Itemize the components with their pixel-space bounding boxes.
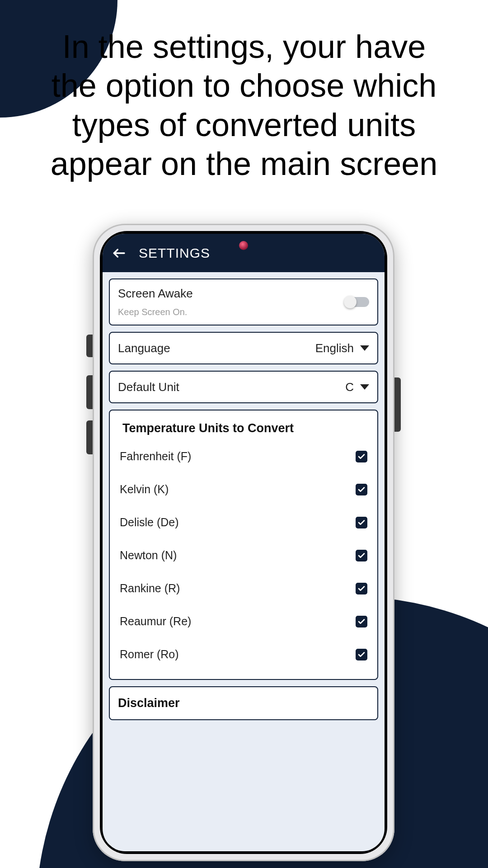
- appbar-title: SETTINGS: [139, 245, 210, 261]
- app-screen: SETTINGS Screen Awake Keep Screen On.: [103, 234, 385, 851]
- disclaimer-title: Disclaimer: [118, 696, 369, 710]
- phone-side-button: [394, 377, 401, 432]
- unit-label: Rankine (R): [120, 582, 180, 595]
- unit-checkbox[interactable]: [356, 517, 367, 528]
- setting-title: Screen Awake: [118, 287, 193, 301]
- settings-content: Screen Awake Keep Screen On. Language En…: [103, 272, 385, 851]
- unit-row[interactable]: Newton (N): [118, 539, 369, 572]
- screen-awake-setting[interactable]: Screen Awake Keep Screen On.: [109, 278, 378, 326]
- unit-label: Kelvin (K): [120, 483, 169, 496]
- phone-camera-dot: [239, 241, 248, 250]
- default-unit-select[interactable]: Default Unit C: [109, 371, 378, 403]
- select-value: English: [315, 341, 354, 355]
- phone-side-button: [86, 420, 93, 454]
- phone-side-button: [86, 375, 93, 409]
- unit-checkbox[interactable]: [356, 484, 367, 495]
- select-label: Language: [118, 341, 170, 355]
- setting-subtitle: Keep Screen On.: [118, 307, 193, 317]
- promo-headline: In the settings, your have the option to…: [36, 27, 452, 184]
- chevron-down-icon: [360, 345, 369, 351]
- unit-row[interactable]: Kelvin (K): [118, 473, 369, 506]
- unit-checkbox[interactable]: [356, 451, 367, 462]
- units-to-convert-card: Temperature Units to Convert Fahrenheit …: [109, 410, 378, 680]
- chevron-down-icon: [360, 384, 369, 390]
- toggle-thumb: [344, 296, 357, 308]
- select-value: C: [345, 380, 354, 394]
- language-select[interactable]: Language English: [109, 332, 378, 364]
- units-list: Fahrenheit (F)Kelvin (K)Delisle (De)Newt…: [118, 440, 369, 671]
- unit-checkbox[interactable]: [356, 583, 367, 594]
- phone-mockup: SETTINGS Screen Awake Keep Screen On.: [93, 224, 394, 861]
- unit-row[interactable]: Romer (Ro): [118, 638, 369, 671]
- unit-row[interactable]: Delisle (De): [118, 506, 369, 539]
- unit-label: Romer (Ro): [120, 648, 179, 661]
- disclaimer-card[interactable]: Disclaimer: [109, 686, 378, 720]
- unit-checkbox[interactable]: [356, 649, 367, 660]
- screen-awake-toggle[interactable]: [346, 297, 369, 307]
- unit-label: Newton (N): [120, 549, 177, 562]
- unit-label: Fahrenheit (F): [120, 450, 191, 463]
- unit-label: Reaumur (Re): [120, 615, 191, 628]
- units-section-title: Temperature Units to Convert: [118, 421, 369, 435]
- unit-label: Delisle (De): [120, 516, 179, 529]
- select-label: Default Unit: [118, 380, 179, 394]
- phone-side-button: [86, 335, 93, 357]
- back-arrow-icon[interactable]: [112, 246, 126, 260]
- unit-row[interactable]: Reaumur (Re): [118, 605, 369, 638]
- unit-checkbox[interactable]: [356, 616, 367, 627]
- unit-checkbox[interactable]: [356, 550, 367, 561]
- unit-row[interactable]: Rankine (R): [118, 572, 369, 605]
- appbar: SETTINGS: [103, 234, 385, 272]
- unit-row[interactable]: Fahrenheit (F): [118, 440, 369, 473]
